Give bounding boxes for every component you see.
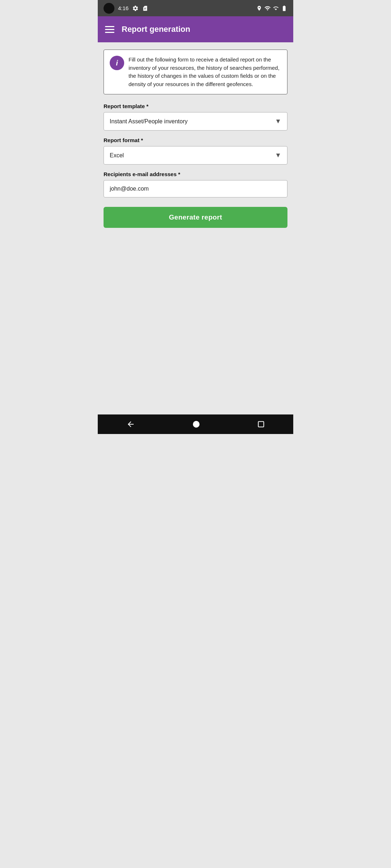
report-format-label: Report format * <box>104 137 287 143</box>
main-content: i Fill out the following form to receive… <box>98 42 293 235</box>
svg-rect-1 <box>258 422 264 427</box>
chevron-down-icon: ▼ <box>275 118 281 125</box>
back-icon <box>126 420 135 429</box>
report-template-dropdown[interactable]: Instant Asset/People inventory ▼ <box>104 112 287 131</box>
status-left: 4:16 <box>104 3 148 14</box>
email-section: Recipients e-mail addresses * <box>104 171 287 197</box>
report-format-value: Excel <box>110 152 124 159</box>
report-format-dropdown[interactable]: Excel ▼ <box>104 146 287 165</box>
recent-apps-button[interactable] <box>257 421 265 428</box>
location-icon <box>256 5 262 11</box>
hamburger-menu-icon[interactable] <box>105 26 114 33</box>
gear-icon <box>132 5 139 12</box>
report-template-label: Report template * <box>104 103 287 109</box>
report-template-value: Instant Asset/People inventory <box>110 118 188 125</box>
status-bar: 4:16 <box>98 0 293 16</box>
info-box: i Fill out the following form to receive… <box>104 50 287 94</box>
status-icons-right <box>256 5 287 12</box>
home-circle-icon <box>192 420 200 428</box>
wifi-icon <box>264 5 271 12</box>
battery-icon <box>281 5 287 12</box>
report-template-section: Report template * Instant Asset/People i… <box>104 103 287 131</box>
report-format-section: Report format * Excel ▼ <box>104 137 287 165</box>
back-button[interactable] <box>126 420 135 429</box>
status-time: 4:16 <box>118 5 129 11</box>
recent-apps-icon <box>257 421 265 428</box>
chevron-down-icon-2: ▼ <box>275 152 281 159</box>
email-label: Recipients e-mail addresses * <box>104 171 287 177</box>
info-icon: i <box>110 56 124 70</box>
signal-icon <box>273 5 279 11</box>
home-button[interactable] <box>192 420 200 428</box>
page-title: Report generation <box>122 25 190 34</box>
sim-icon <box>142 5 148 11</box>
app-bar: Report generation <box>98 16 293 42</box>
svg-point-0 <box>193 421 199 427</box>
info-description: Fill out the following form to receive a… <box>129 56 281 88</box>
email-input[interactable] <box>104 180 287 197</box>
bottom-nav-bar <box>98 414 293 434</box>
status-circle <box>104 3 114 14</box>
generate-report-button[interactable]: Generate report <box>104 207 287 228</box>
